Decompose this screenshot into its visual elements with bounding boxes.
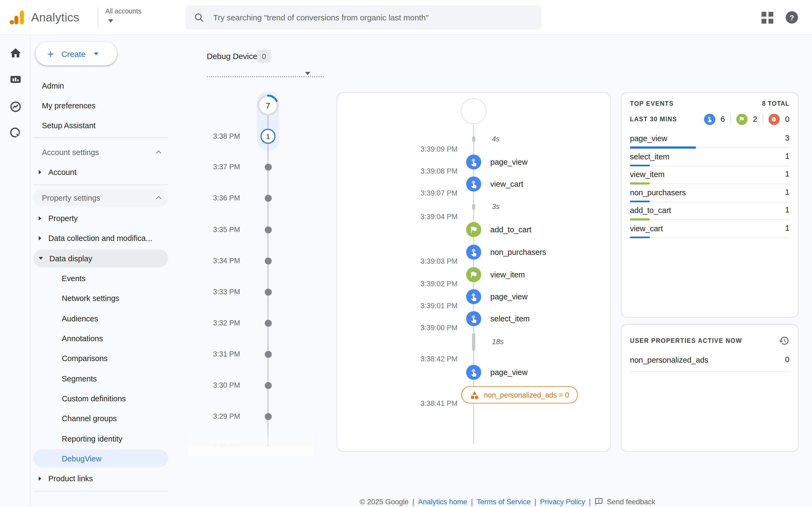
advertising-icon[interactable]	[9, 127, 22, 139]
sidebar-item-network-settings[interactable]: Network settings	[33, 289, 168, 307]
account-scope-selector[interactable]: All accounts	[105, 7, 142, 25]
minute-tick-time: 3:30 PM	[174, 381, 240, 389]
sidebar-item-custom-definitions[interactable]: Custom definitions	[33, 390, 168, 407]
minute-tick-time: 3:36 PM	[174, 194, 240, 202]
analytics-logo[interactable]: Analytics	[9, 9, 80, 26]
minute-tick-dot[interactable]	[264, 351, 271, 357]
sidebar-section-property-settings[interactable]: Property settings	[33, 189, 168, 207]
sidebar-item-my-preferences[interactable]: My preferences	[33, 97, 168, 114]
sidebar-item-admin[interactable]: Admin	[33, 77, 168, 95]
sidebar-item-events[interactable]: Events	[33, 269, 168, 287]
minute-tick-time: 3:35 PM	[174, 226, 240, 234]
sidebar-item-channel-groups[interactable]: Channel groups	[33, 409, 168, 427]
sidebar-item-segments[interactable]: Segments	[33, 370, 168, 387]
minute-tick-dot[interactable]	[264, 194, 271, 202]
sidebar-item-account[interactable]: Account	[33, 163, 168, 181]
home-icon[interactable]	[9, 47, 22, 60]
top-app-bar: Analytics All accounts ?	[0, 0, 812, 35]
search-icon	[194, 12, 205, 23]
sidebar-item-data-collection[interactable]: Data collection and modifica...	[33, 229, 168, 247]
analytics-debugview-page: Analytics All accounts ?	[0, 0, 812, 507]
sidebar-item-property[interactable]: Property	[33, 209, 168, 227]
sidebar-item-annotations[interactable]: Annotations	[33, 329, 168, 347]
expand-down-icon	[39, 257, 43, 260]
minute-tick-time: 3:34 PM	[174, 257, 240, 265]
topbar-divider	[98, 7, 98, 28]
minute-tick-dot[interactable]	[264, 382, 271, 389]
sidebar-item-audiences[interactable]: Audiences	[33, 309, 168, 327]
minute-tick-dot[interactable]	[264, 257, 271, 264]
plus-icon: +	[47, 48, 54, 59]
chevron-up-icon	[156, 196, 161, 202]
minute-tick-dot[interactable]	[264, 226, 271, 233]
minute-tick-time: 3:37 PM	[174, 163, 240, 171]
current-minute-marker[interactable]: 1	[260, 129, 275, 144]
expand-right-icon	[39, 216, 41, 220]
expand-right-icon	[39, 476, 41, 481]
minute-tick-time: 3:33 PM	[174, 288, 240, 296]
chevron-down-icon	[108, 19, 113, 22]
minute-tick-dot[interactable]	[264, 163, 271, 170]
nav-divider	[33, 137, 168, 138]
minute-tick-time: 3:31 PM	[174, 350, 240, 358]
analytics-logo-icon	[9, 9, 25, 26]
create-button[interactable]: + Create	[36, 42, 117, 65]
expand-right-icon	[39, 170, 41, 174]
help-icon[interactable]: ?	[786, 11, 798, 23]
chevron-up-icon	[156, 151, 161, 156]
timeline-fade-overlay	[188, 426, 314, 456]
apps-grid-icon[interactable]	[762, 12, 773, 23]
search-bar[interactable]	[185, 5, 541, 30]
sidebar-item-setup-assistant[interactable]: Setup Assistant	[33, 116, 168, 134]
product-name: Analytics	[31, 10, 80, 24]
minute-tick-time: 3:32 PM	[174, 319, 240, 327]
admin-side-nav: + Create Admin My preferences Setup Assi…	[31, 35, 175, 507]
create-button-label: Create	[61, 49, 86, 58]
events-per-minute-summary[interactable]: 7	[257, 94, 279, 116]
search-input[interactable]	[213, 13, 533, 22]
minute-summary-count: 7	[257, 94, 279, 116]
chevron-down-icon	[94, 52, 99, 55]
nav-divider	[33, 491, 168, 492]
minute-tick-dot[interactable]	[264, 413, 271, 420]
sidebar-item-comparisons[interactable]: Comparisons	[33, 349, 168, 367]
minute-tick-dot[interactable]	[264, 320, 271, 327]
minute-tick-time: 3:29 PM	[174, 412, 240, 420]
sidebar-item-data-display[interactable]: Data display	[33, 249, 168, 267]
sidebar-item-reporting-identity[interactable]: Reporting identity	[33, 430, 168, 447]
minute-tick-dot[interactable]	[264, 288, 271, 295]
nav-divider	[33, 184, 168, 185]
expand-right-icon	[39, 236, 41, 240]
reports-icon[interactable]	[9, 73, 22, 86]
sidebar-item-debugview[interactable]: DebugView	[33, 450, 168, 467]
sidebar-item-product-links[interactable]: Product links	[33, 469, 168, 487]
left-icon-rail	[0, 35, 31, 507]
account-scope-label: All accounts	[105, 7, 142, 15]
current-minute-time: 3:38 PM	[174, 132, 240, 140]
topbar-actions: ?	[762, 0, 798, 35]
explore-icon[interactable]	[9, 100, 22, 113]
sidebar-section-account-settings[interactable]: Account settings	[33, 143, 168, 161]
